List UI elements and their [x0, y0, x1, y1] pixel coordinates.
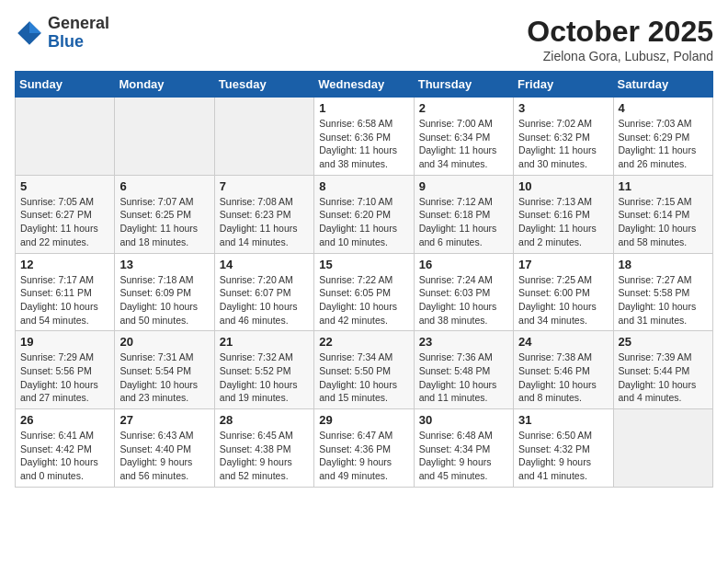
- calendar-cell: 12Sunrise: 7:17 AM Sunset: 6:11 PM Dayli…: [16, 253, 115, 331]
- logo-icon: [15, 18, 44, 48]
- calendar-cell: 15Sunrise: 7:22 AM Sunset: 6:05 PM Dayli…: [314, 253, 414, 331]
- calendar-week-row: 5Sunrise: 7:05 AM Sunset: 6:27 PM Daylig…: [16, 175, 713, 253]
- calendar-cell: 6Sunrise: 7:07 AM Sunset: 6:25 PM Daylig…: [115, 175, 214, 253]
- day-info: Sunrise: 6:45 AM Sunset: 4:38 PM Dayligh…: [220, 429, 309, 483]
- calendar-cell: 18Sunrise: 7:27 AM Sunset: 5:58 PM Dayli…: [613, 253, 712, 331]
- day-info: Sunrise: 7:32 AM Sunset: 5:52 PM Dayligh…: [220, 350, 309, 405]
- day-number: 4: [619, 101, 708, 115]
- day-number: 13: [119, 258, 209, 271]
- day-info: Sunrise: 6:43 AM Sunset: 4:40 PM Dayligh…: [119, 429, 209, 483]
- logo-blue: Blue: [48, 32, 84, 51]
- day-info: Sunrise: 7:34 AM Sunset: 5:50 PM Dayligh…: [319, 350, 408, 405]
- day-number: 24: [518, 335, 608, 349]
- day-number: 7: [220, 179, 309, 193]
- day-number: 22: [319, 335, 408, 349]
- day-info: Sunrise: 7:27 AM Sunset: 5:58 PM Dayligh…: [619, 273, 708, 327]
- day-number: 10: [518, 179, 608, 193]
- day-info: Sunrise: 7:39 AM Sunset: 5:44 PM Dayligh…: [619, 350, 708, 405]
- day-number: 25: [619, 335, 708, 349]
- day-number: 3: [518, 101, 608, 115]
- calendar-cell: 20Sunrise: 7:31 AM Sunset: 5:54 PM Dayli…: [115, 331, 214, 409]
- day-number: 6: [119, 179, 209, 193]
- page-header: General Blue October 2025 Zielona Gora, …: [15, 15, 713, 63]
- day-info: Sunrise: 6:47 AM Sunset: 4:36 PM Dayligh…: [319, 429, 408, 483]
- calendar-cell: 25Sunrise: 7:39 AM Sunset: 5:44 PM Dayli…: [613, 331, 712, 409]
- day-number: 12: [20, 258, 109, 271]
- calendar-week-row: 26Sunrise: 6:41 AM Sunset: 4:42 PM Dayli…: [16, 409, 713, 488]
- calendar-cell: 16Sunrise: 7:24 AM Sunset: 6:03 PM Dayli…: [414, 253, 513, 331]
- logo-text: General Blue: [48, 15, 109, 52]
- calendar-cell: 2Sunrise: 7:00 AM Sunset: 6:34 PM Daylig…: [414, 98, 513, 176]
- day-number: 23: [419, 335, 508, 349]
- day-number: 21: [220, 335, 309, 349]
- calendar-cell: 3Sunrise: 7:02 AM Sunset: 6:32 PM Daylig…: [514, 98, 613, 176]
- day-info: Sunrise: 7:29 AM Sunset: 5:56 PM Dayligh…: [20, 350, 109, 405]
- day-info: Sunrise: 7:36 AM Sunset: 5:48 PM Dayligh…: [419, 350, 508, 405]
- location-subtitle: Zielona Gora, Lubusz, Poland: [527, 49, 713, 63]
- logo: General Blue: [15, 15, 109, 52]
- calendar-cell: 13Sunrise: 7:18 AM Sunset: 6:09 PM Dayli…: [115, 253, 214, 331]
- calendar-cell: 24Sunrise: 7:38 AM Sunset: 5:46 PM Dayli…: [514, 331, 613, 409]
- day-number: 31: [518, 413, 608, 427]
- calendar-cell: [16, 98, 115, 176]
- calendar-cell: 22Sunrise: 7:34 AM Sunset: 5:50 PM Dayli…: [314, 331, 414, 409]
- day-number: 26: [20, 413, 109, 427]
- calendar-cell: 9Sunrise: 7:12 AM Sunset: 6:18 PM Daylig…: [414, 175, 513, 253]
- weekday-header-row: SundayMondayTuesdayWednesdayThursdayFrid…: [16, 72, 713, 98]
- weekday-header: Saturday: [613, 72, 712, 98]
- day-info: Sunrise: 7:38 AM Sunset: 5:46 PM Dayligh…: [518, 350, 608, 405]
- day-info: Sunrise: 7:12 AM Sunset: 6:18 PM Dayligh…: [419, 195, 508, 249]
- day-info: Sunrise: 6:50 AM Sunset: 4:32 PM Dayligh…: [518, 429, 608, 483]
- logo-general: General: [48, 14, 109, 32]
- calendar-cell: 21Sunrise: 7:32 AM Sunset: 5:52 PM Dayli…: [214, 331, 313, 409]
- calendar-cell: [613, 409, 712, 488]
- calendar-cell: 1Sunrise: 6:58 AM Sunset: 6:36 PM Daylig…: [314, 98, 414, 176]
- weekday-header: Friday: [514, 72, 613, 98]
- day-info: Sunrise: 7:25 AM Sunset: 6:00 PM Dayligh…: [518, 273, 608, 327]
- day-number: 17: [518, 258, 608, 271]
- day-number: 20: [119, 335, 209, 349]
- calendar-week-row: 1Sunrise: 6:58 AM Sunset: 6:36 PM Daylig…: [16, 98, 713, 176]
- day-number: 28: [220, 413, 309, 427]
- day-info: Sunrise: 7:24 AM Sunset: 6:03 PM Dayligh…: [419, 273, 508, 327]
- day-number: 29: [319, 413, 408, 427]
- day-number: 11: [619, 179, 708, 193]
- day-info: Sunrise: 6:41 AM Sunset: 4:42 PM Dayligh…: [20, 429, 109, 483]
- calendar-cell: 5Sunrise: 7:05 AM Sunset: 6:27 PM Daylig…: [16, 175, 115, 253]
- day-number: 30: [419, 413, 508, 427]
- day-info: Sunrise: 7:22 AM Sunset: 6:05 PM Dayligh…: [319, 273, 408, 327]
- day-info: Sunrise: 7:03 AM Sunset: 6:29 PM Dayligh…: [619, 117, 708, 171]
- calendar-week-row: 19Sunrise: 7:29 AM Sunset: 5:56 PM Dayli…: [16, 331, 713, 409]
- day-number: 19: [20, 335, 109, 349]
- month-title: October 2025: [527, 15, 713, 49]
- day-info: Sunrise: 6:58 AM Sunset: 6:36 PM Dayligh…: [319, 117, 408, 171]
- day-info: Sunrise: 7:13 AM Sunset: 6:16 PM Dayligh…: [518, 195, 608, 249]
- day-info: Sunrise: 7:07 AM Sunset: 6:25 PM Dayligh…: [119, 195, 209, 249]
- day-number: 2: [419, 101, 508, 115]
- day-number: 9: [419, 179, 508, 193]
- calendar-cell: 11Sunrise: 7:15 AM Sunset: 6:14 PM Dayli…: [613, 175, 712, 253]
- day-info: Sunrise: 7:05 AM Sunset: 6:27 PM Dayligh…: [20, 195, 109, 249]
- calendar-cell: 23Sunrise: 7:36 AM Sunset: 5:48 PM Dayli…: [414, 331, 513, 409]
- calendar-cell: 19Sunrise: 7:29 AM Sunset: 5:56 PM Dayli…: [16, 331, 115, 409]
- calendar-cell: 30Sunrise: 6:48 AM Sunset: 4:34 PM Dayli…: [414, 409, 513, 488]
- calendar-cell: 31Sunrise: 6:50 AM Sunset: 4:32 PM Dayli…: [514, 409, 613, 488]
- day-info: Sunrise: 7:10 AM Sunset: 6:20 PM Dayligh…: [319, 195, 408, 249]
- calendar-week-row: 12Sunrise: 7:17 AM Sunset: 6:11 PM Dayli…: [16, 253, 713, 331]
- calendar-cell: [214, 98, 313, 176]
- calendar-cell: 4Sunrise: 7:03 AM Sunset: 6:29 PM Daylig…: [613, 98, 712, 176]
- day-info: Sunrise: 7:18 AM Sunset: 6:09 PM Dayligh…: [119, 273, 209, 327]
- calendar-cell: 14Sunrise: 7:20 AM Sunset: 6:07 PM Dayli…: [214, 253, 313, 331]
- day-info: Sunrise: 7:02 AM Sunset: 6:32 PM Dayligh…: [518, 117, 608, 171]
- day-number: 16: [419, 258, 508, 271]
- day-number: 5: [20, 179, 109, 193]
- day-info: Sunrise: 6:48 AM Sunset: 4:34 PM Dayligh…: [419, 429, 508, 483]
- day-info: Sunrise: 7:20 AM Sunset: 6:07 PM Dayligh…: [220, 273, 309, 327]
- weekday-header: Wednesday: [314, 72, 414, 98]
- day-info: Sunrise: 7:31 AM Sunset: 5:54 PM Dayligh…: [119, 350, 209, 405]
- calendar-cell: [115, 98, 214, 176]
- day-number: 15: [319, 258, 408, 271]
- title-block: October 2025 Zielona Gora, Lubusz, Polan…: [527, 15, 713, 63]
- calendar-cell: 26Sunrise: 6:41 AM Sunset: 4:42 PM Dayli…: [16, 409, 115, 488]
- day-number: 18: [619, 258, 708, 271]
